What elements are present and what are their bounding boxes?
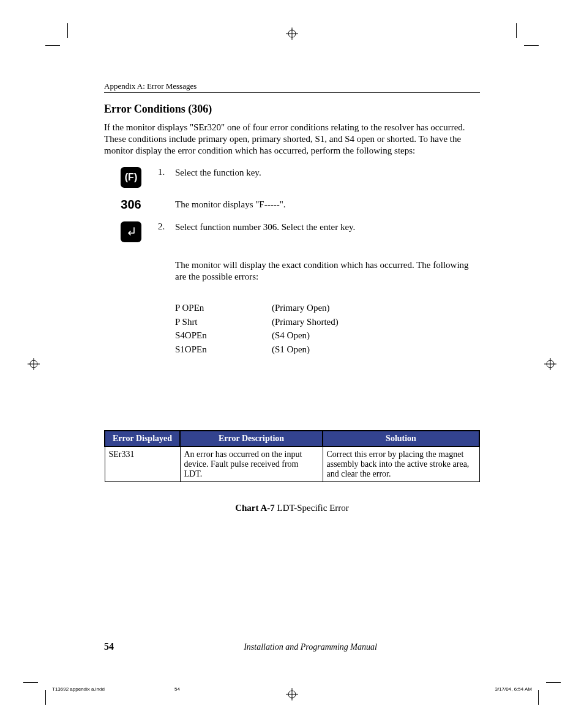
function-key-icon: (F) xyxy=(121,167,141,188)
slug-page: 54 xyxy=(174,686,180,692)
chart-caption: Chart A-7 LDT-Specific Error xyxy=(104,503,480,513)
section-title: Error Conditions (306) xyxy=(104,103,480,116)
error-list-item: S1OPEn (S1 Open) xyxy=(175,343,339,357)
step-row: The monitor will display the exact condi… xyxy=(104,259,480,283)
table-header: Error Description xyxy=(180,431,323,447)
error-desc: (S4 Open) xyxy=(272,329,339,343)
page-number: 54 xyxy=(104,641,141,652)
footer-title: Installation and Programming Manual xyxy=(141,642,480,652)
crop-mark xyxy=(524,45,539,46)
step-number: 1. xyxy=(158,167,175,177)
function-code-label: 306 xyxy=(104,198,158,212)
error-desc: (S1 Open) xyxy=(272,343,339,357)
table-header: Solution xyxy=(323,431,479,447)
step-number: 2. xyxy=(158,221,175,232)
running-header: Appendix A: Error Messages xyxy=(104,81,480,93)
step-result: The monitor displays "F-----". xyxy=(175,191,480,210)
intro-paragraph: If the monitor displays "SEr320" one of … xyxy=(104,122,480,156)
error-list-item: S4OPEn (S4 Open) xyxy=(175,329,339,343)
registration-mark-icon xyxy=(28,358,40,370)
error-list-block: P OPEn (Primary Open) P Shrt (Primary Sh… xyxy=(104,297,480,357)
crop-mark xyxy=(45,690,46,705)
crop-mark xyxy=(23,682,38,683)
error-code: P OPEn xyxy=(175,301,272,315)
chart-caption-label: Chart A-7 xyxy=(235,503,275,513)
error-code: S4OPEn xyxy=(175,329,272,343)
error-desc: (Primary Shorted) xyxy=(272,315,339,329)
print-slug: T13692 appendix a.indd 54 3/17/04, 6:54 … xyxy=(52,686,532,692)
step-text: Select function number 306. Select the e… xyxy=(175,221,480,233)
enter-key-icon xyxy=(121,221,141,242)
table-row: SEr331 An error has occurred on the inpu… xyxy=(105,447,479,482)
error-list-item: P OPEn (Primary Open) xyxy=(175,301,339,315)
error-code: P Shrt xyxy=(175,315,272,329)
registration-mark-icon xyxy=(544,358,556,370)
slug-timestamp: 3/17/04, 6:54 AM xyxy=(495,686,533,692)
error-list: P OPEn (Primary Open) P Shrt (Primary Sh… xyxy=(175,301,339,357)
table-cell: An error has occurred on the input devic… xyxy=(180,447,323,482)
chart-caption-text: LDT-Specific Error xyxy=(275,503,349,513)
error-table: Error Displayed Error Description Soluti… xyxy=(104,430,480,482)
step-row: 2. Select function number 306. Select th… xyxy=(104,221,480,245)
crop-mark xyxy=(67,23,68,38)
page-content: Appendix A: Error Messages Error Conditi… xyxy=(104,81,480,513)
page-footer: 54 Installation and Programming Manual xyxy=(104,641,480,652)
step-text: Select the function key. xyxy=(175,167,480,179)
step-result: The monitor will display the exact condi… xyxy=(175,259,480,283)
crop-mark xyxy=(45,45,60,46)
step-row: 306 The monitor displays "F-----". xyxy=(104,191,480,212)
step-row: (F) 1. Select the function key. xyxy=(104,167,480,188)
error-code: S1OPEn xyxy=(175,343,272,357)
error-list-item: P Shrt (Primary Shorted) xyxy=(175,315,339,329)
registration-mark-icon xyxy=(286,28,298,40)
error-desc: (Primary Open) xyxy=(272,301,339,315)
crop-mark xyxy=(538,690,539,705)
table-cell: Correct this error by placing the magnet… xyxy=(323,447,479,482)
function-key-label: (F) xyxy=(121,167,141,188)
crop-mark xyxy=(516,23,517,38)
table-cell: SEr331 xyxy=(105,447,180,482)
table-header: Error Displayed xyxy=(105,431,180,447)
crop-mark xyxy=(546,682,561,683)
slug-file: T13692 appendix a.indd xyxy=(52,686,105,692)
